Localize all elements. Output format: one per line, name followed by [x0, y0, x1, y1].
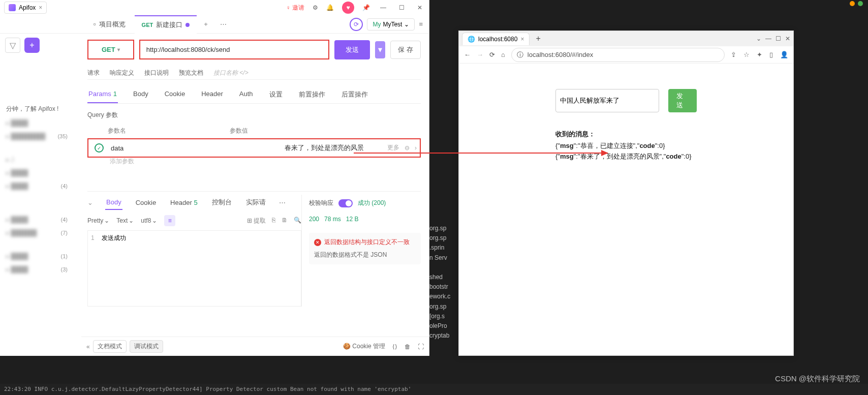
add-param[interactable]: 添加参数	[87, 152, 421, 171]
method-select[interactable]: GET ▾	[87, 40, 134, 59]
subtab-request[interactable]: 请求	[87, 69, 100, 77]
resp-tab-header[interactable]: Header 5	[169, 196, 199, 209]
env-selector[interactable]: My MyTest ⌄	[367, 18, 415, 31]
save-button[interactable]: 保 存	[390, 41, 421, 59]
new-tab-button[interactable]: +	[532, 34, 544, 43]
add-button[interactable]: +	[24, 38, 40, 53]
api-name-input[interactable]: 接口名称 </>	[213, 69, 249, 77]
expand-icon[interactable]: ⛶	[418, 343, 424, 350]
collapse-left-icon[interactable]: «	[86, 343, 90, 350]
chevron-right-icon[interactable]: ›	[415, 144, 417, 151]
back-button[interactable]: ←	[464, 51, 471, 58]
tab-post[interactable]: 后置操作	[340, 86, 369, 103]
resp-tab-console[interactable]: 控制台	[211, 195, 233, 210]
sidebar-item[interactable]: ▸ ████████	[6, 133, 45, 140]
send-button[interactable]: 发送	[334, 40, 370, 59]
invite-link[interactable]: ♀ 邀请	[286, 4, 304, 12]
sidebar-item[interactable]: ▸ ████	[6, 169, 28, 176]
format-icon[interactable]: ≡	[164, 215, 175, 226]
close-icon[interactable]: ×	[39, 4, 42, 11]
minimize-button[interactable]: —	[378, 4, 388, 11]
top-tabs: ▫ 项目概览 GET 新建接口 + ⋯ ⟳ My MyTest ⌄ ≡	[0, 15, 429, 34]
copy-icon[interactable]: ⎘	[272, 217, 275, 225]
close-button[interactable]: ✕	[785, 35, 790, 42]
trash-icon[interactable]: 🗑	[405, 343, 411, 350]
env-settings-icon[interactable]: ≡	[419, 20, 423, 28]
sidebar-item[interactable]: ▸ ████	[6, 183, 28, 190]
sidepanel-icon[interactable]: ▯	[769, 51, 773, 58]
app-tab[interactable]: Apifox ×	[4, 2, 47, 14]
minimize-button[interactable]: —	[765, 35, 771, 42]
tab-cookie[interactable]: Cookie	[164, 86, 186, 103]
code-icon[interactable]: ⟨⟩	[392, 343, 397, 350]
send-dropdown[interactable]: ▾	[375, 41, 385, 58]
tab-settings[interactable]: 设置	[268, 86, 284, 103]
bell-icon[interactable]: 🔔	[326, 4, 334, 11]
text-select[interactable]: Text ⌄	[116, 217, 134, 224]
utf8-select[interactable]: utf8 ⌄	[141, 217, 157, 224]
tab-params[interactable]: Params1	[87, 86, 118, 103]
subtab-preview[interactable]: 预览文档	[179, 69, 203, 77]
resp-tab-body[interactable]: Body	[105, 195, 122, 210]
reload-button[interactable]: ⟳	[489, 51, 495, 58]
more-icon[interactable]: ⋯	[279, 199, 286, 206]
doc-mode[interactable]: 文档模式	[93, 340, 127, 353]
verify-toggle[interactable]	[338, 199, 353, 207]
subtab-desc[interactable]: 接口说明	[144, 69, 169, 77]
message-input[interactable]	[555, 89, 659, 112]
tab-add-button[interactable]: +	[199, 20, 213, 28]
filter-button[interactable]: ▽	[5, 38, 20, 53]
maximize-button[interactable]: ☐	[396, 4, 407, 11]
extensions-icon[interactable]: ✦	[757, 51, 762, 58]
close-button[interactable]: ✕	[415, 4, 425, 11]
collapse-icon[interactable]: ⌄	[87, 199, 93, 206]
app-icon	[9, 4, 16, 11]
search-icon[interactable]: 🔍	[294, 217, 301, 225]
sidebar-item[interactable]: ▸ ████	[6, 119, 28, 127]
refresh-icon[interactable]: ⟳	[350, 18, 363, 31]
chevron-down-icon[interactable]: ⌄	[756, 35, 761, 42]
tab-auth[interactable]: Auth	[238, 86, 254, 103]
response-body[interactable]: 1发送成功	[87, 230, 301, 307]
tab-body[interactable]: Body	[132, 86, 149, 103]
send-button[interactable]: 发送	[668, 89, 697, 112]
subtab-respdef[interactable]: 响应定义	[110, 69, 134, 77]
sidebar: 分钟，了解 Apifox ! ▸ ████ ▸ ████████(35) ▸ J…	[0, 102, 74, 276]
share-icon[interactable]: ⇪	[731, 51, 736, 58]
tab-overview[interactable]: ▫ 项目概览	[86, 16, 133, 33]
star-icon[interactable]: ☆	[743, 51, 750, 58]
sidebar-item[interactable]: ▸ ████	[6, 266, 28, 273]
address-bar[interactable]: ⓘ localhost:6080/#/index	[511, 48, 725, 62]
home-button[interactable]: ⌂	[501, 51, 505, 58]
pin-icon[interactable]: 📌	[362, 4, 370, 11]
debug-mode[interactable]: 调试模式	[130, 340, 163, 353]
delete-icon[interactable]: ⊖	[405, 144, 410, 151]
error-box: ✕返回数据结构与接口定义不一致 返回的数据格式不是 JSON	[309, 233, 421, 264]
cookie-manage[interactable]: 🍪 Cookie 管理	[343, 342, 385, 351]
extract-button[interactable]: ⊞ 提取	[247, 217, 266, 225]
more-link[interactable]: 更多	[387, 143, 399, 152]
tab-pre[interactable]: 前置操作	[298, 86, 326, 103]
gear-icon[interactable]: ⚙	[313, 4, 318, 11]
verify-label: 校验响应	[309, 199, 333, 207]
tab-more-button[interactable]: ⋯	[215, 20, 232, 28]
browser-tab[interactable]: 🌐 localhost:6080 ×	[462, 33, 530, 45]
sidebar-item[interactable]: ▸ J	[6, 156, 14, 163]
resp-tab-actual[interactable]: 实际请	[245, 195, 267, 210]
pretty-select[interactable]: Pretty ⌄	[87, 217, 109, 224]
heart-icon[interactable]: ♥	[342, 2, 354, 14]
save-icon[interactable]: 🗎	[282, 217, 288, 225]
forward-button[interactable]: →	[477, 51, 483, 58]
close-icon[interactable]: ×	[520, 36, 524, 43]
maximize-button[interactable]: ☐	[776, 35, 781, 42]
info-icon[interactable]: ⓘ	[517, 50, 523, 59]
check-icon[interactable]: ✓	[95, 143, 104, 153]
tab-new-api[interactable]: GET 新建接口	[135, 15, 197, 34]
sidebar-item[interactable]: ▸ ██████	[6, 229, 37, 236]
resp-tab-cookie[interactable]: Cookie	[135, 196, 157, 209]
profile-icon[interactable]: 👤	[780, 51, 788, 58]
tab-header[interactable]: Header	[200, 86, 224, 103]
sidebar-item[interactable]: ▸ ████	[6, 253, 28, 260]
sidebar-item[interactable]: ▸ ████	[6, 216, 28, 223]
url-input[interactable]: http://localhost:8080/ck/send	[139, 40, 330, 59]
